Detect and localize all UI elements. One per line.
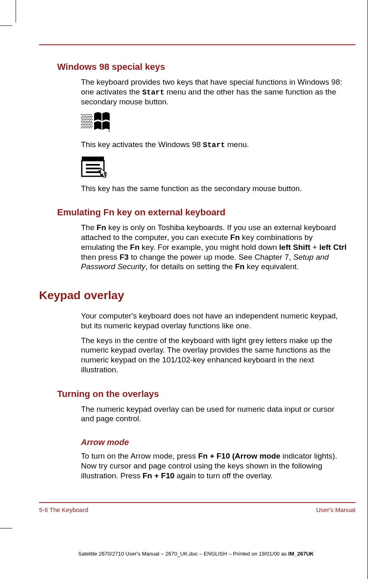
svg-rect-32 — [88, 121, 88, 122]
svg-rect-48 — [91, 124, 92, 125]
svg-rect-46 — [88, 124, 88, 125]
svg-rect-47 — [89, 124, 90, 125]
svg-rect-23 — [85, 119, 86, 120]
svg-rect-7 — [82, 116, 83, 117]
imprint-line: Satellite 2670/2710 User's Manual – 2670… — [0, 551, 392, 557]
heading-emulating: Emulating Fn key on external keyboard — [57, 207, 355, 218]
svg-rect-18 — [88, 118, 88, 118]
svg-rect-60 — [88, 127, 88, 128]
svg-rect-39 — [88, 122, 89, 123]
svg-rect-53 — [88, 126, 89, 127]
svg-rect-6 — [91, 114, 92, 115]
svg-rect-22 — [83, 119, 84, 120]
svg-rect-25 — [88, 119, 89, 120]
text: The — [81, 223, 97, 232]
svg-rect-13 — [92, 116, 92, 117]
paragraph: This key activates the Windows 98 Start … — [81, 140, 348, 150]
bold-text: left Ctrl — [319, 243, 347, 251]
svg-rect-54 — [90, 126, 91, 127]
svg-rect-55 — [92, 126, 92, 127]
svg-rect-37 — [85, 122, 86, 123]
heading-win98: Windows 98 special keys — [57, 62, 355, 72]
paragraph: The keyboard provides two keys that have… — [81, 77, 348, 107]
text: menu. — [225, 140, 249, 149]
svg-rect-5 — [89, 114, 90, 115]
svg-rect-31 — [86, 121, 87, 122]
paragraph: To turn on the Arrow mode, press Fn + F1… — [81, 451, 348, 480]
svg-rect-44 — [84, 124, 85, 125]
svg-rect-16 — [84, 118, 85, 118]
crop-mark — [0, 25, 12, 26]
imprint-text: Satellite 2670/2710 User's Manual – 2670… — [78, 551, 288, 557]
svg-rect-40 — [90, 122, 91, 123]
svg-rect-61 — [89, 127, 90, 128]
svg-rect-56 — [81, 127, 82, 128]
page-footer: 5-6 The Keyboard User's Manual — [39, 502, 355, 513]
svg-rect-33 — [89, 121, 90, 122]
svg-rect-50 — [83, 126, 84, 127]
svg-rect-12 — [90, 116, 91, 117]
text: + — [310, 243, 319, 251]
paragraph: The Fn key is only on Toshiba keyboards.… — [81, 223, 348, 272]
svg-rect-30 — [84, 121, 85, 122]
svg-rect-43 — [83, 124, 83, 125]
svg-rect-35 — [82, 122, 83, 123]
bold-text: Fn + F10 (Arrow mode — [198, 452, 280, 460]
mono-text: Start — [203, 141, 225, 149]
page-content: Windows 98 special keys The keyboard pro… — [39, 44, 355, 485]
svg-rect-42 — [81, 124, 82, 125]
paragraph: Your computer's keyboard does not have a… — [81, 311, 348, 331]
heading-arrow-mode: Arrow mode — [81, 438, 355, 447]
crop-mark — [0, 528, 12, 528]
svg-rect-58 — [84, 127, 85, 128]
svg-rect-24 — [87, 119, 88, 120]
imprint-code: IM_267UK — [288, 551, 314, 557]
svg-rect-10 — [87, 116, 88, 117]
svg-rect-0 — [81, 114, 82, 115]
svg-text:®: ® — [108, 129, 110, 133]
svg-rect-36 — [83, 122, 84, 123]
svg-rect-14 — [81, 118, 82, 118]
svg-rect-57 — [83, 127, 83, 128]
text: This key activates the Windows 98 — [81, 140, 203, 149]
text: then press — [81, 253, 120, 261]
bold-text: Fn — [230, 233, 240, 242]
crop-mark — [367, 0, 368, 579]
svg-rect-3 — [86, 114, 87, 115]
svg-rect-27 — [92, 119, 92, 120]
svg-rect-38 — [87, 122, 88, 123]
svg-rect-41 — [92, 122, 92, 123]
paragraph: The keys in the centre of the keyboard w… — [81, 336, 348, 375]
bold-text: F3 — [120, 253, 129, 261]
bold-text: Fn — [235, 262, 244, 271]
svg-rect-45 — [86, 124, 87, 125]
svg-rect-15 — [83, 118, 83, 118]
svg-rect-20 — [91, 118, 92, 118]
svg-rect-8 — [83, 116, 84, 117]
svg-rect-52 — [87, 126, 88, 127]
svg-rect-59 — [86, 127, 87, 128]
svg-rect-21 — [82, 119, 83, 120]
text: To turn on the Arrow mode, press — [81, 452, 198, 460]
svg-rect-17 — [86, 118, 87, 118]
svg-rect-26 — [90, 119, 91, 120]
windows-key-icon: ® — [81, 112, 355, 136]
heading-keypad-overlay: Keypad overlay — [39, 289, 355, 302]
footer-rule — [39, 502, 355, 503]
text: key equivalent. — [244, 262, 299, 271]
heading-turning-on: Turning on the overlays — [57, 389, 355, 399]
text: key. For example, you might hold down — [140, 243, 279, 251]
bold-text: left Shift — [279, 243, 310, 251]
footer-left: 5-6 The Keyboard — [39, 506, 88, 513]
bold-text: Fn + F10 — [143, 471, 175, 480]
footer-right: User's Manual — [316, 506, 355, 513]
svg-rect-4 — [88, 114, 88, 115]
crop-mark — [16, 0, 16, 23]
svg-rect-1 — [83, 114, 83, 115]
paragraph: The numeric keypad overlay can be used f… — [81, 404, 348, 424]
bold-text: Fn — [130, 243, 139, 251]
svg-rect-2 — [84, 114, 85, 115]
text: again to turn off the overlay. — [175, 471, 273, 480]
paragraph: This key has the same function as the se… — [81, 184, 348, 194]
svg-rect-19 — [89, 118, 90, 118]
